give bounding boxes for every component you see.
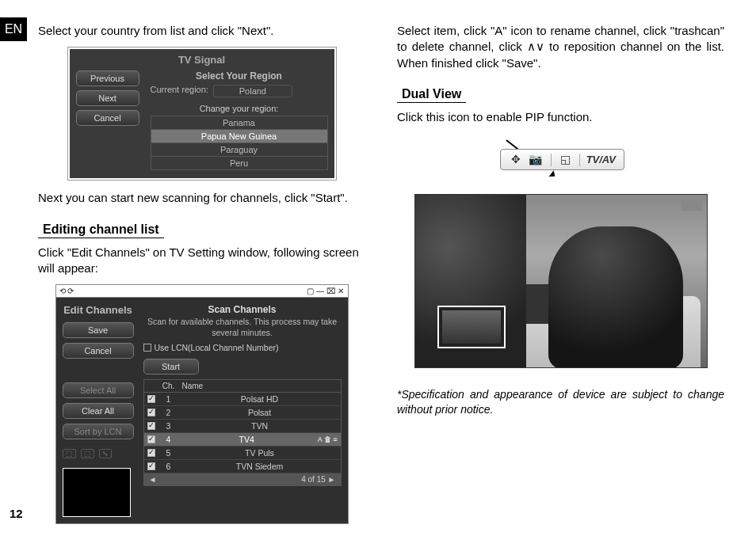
table-row[interactable]: 2Polsat xyxy=(144,406,341,420)
table-row[interactable]: 5TV Puls xyxy=(144,447,341,460)
checkbox-icon[interactable] xyxy=(147,435,155,443)
window-nav-icons[interactable]: ⟲ ⟳ xyxy=(59,287,74,295)
figure-toolbar: ✥ 📷 ◱ TV/AV xyxy=(397,149,724,170)
tv-signal-title: TV Signal xyxy=(76,54,328,66)
start-button[interactable]: Start xyxy=(143,359,199,374)
edit-channels-title: Edit Channels xyxy=(63,304,134,316)
scan-channels-desc: Scan for available channels. This proces… xyxy=(143,317,342,338)
instruction-select-country: Select your country from list and click … xyxy=(38,23,365,39)
language-tab: EN xyxy=(0,17,27,41)
lcn-checkbox-label: Use LCN(Local Channel Number) xyxy=(155,343,279,352)
previous-button[interactable]: Previous xyxy=(76,70,139,86)
cancel-button[interactable]: Cancel xyxy=(63,343,134,359)
figure-pip-screenshot xyxy=(397,194,724,368)
edit-channels-window: ⟲ ⟳ ▢ — ⌧ ✕ Edit Channels Save Cancel Se… xyxy=(55,284,349,524)
cancel-button[interactable]: Cancel xyxy=(76,110,139,126)
list-item[interactable]: Panama xyxy=(151,116,327,130)
heading-dual-view: Dual View xyxy=(397,87,466,103)
table-row[interactable]: 6TVN Siedem xyxy=(144,460,341,473)
figure-tv-signal: TV Signal Previous Next Cancel Select Yo… xyxy=(38,47,365,181)
figure-edit-channels: ⟲ ⟳ ▢ — ⌧ ✕ Edit Channels Save Cancel Se… xyxy=(38,284,365,524)
table-row[interactable]: 4TV4A 🗑 ≡ xyxy=(144,433,341,447)
scan-channels-title: Scan Channels xyxy=(143,304,342,315)
col-name: Name xyxy=(182,382,204,390)
pager-prev-icon[interactable]: ◄ xyxy=(149,475,157,484)
col-ch: Ch. xyxy=(162,382,176,390)
select-all-button[interactable]: Select All xyxy=(63,382,134,398)
separator xyxy=(551,154,552,166)
arrow-head-icon xyxy=(549,170,558,180)
pager-next-icon[interactable]: ► xyxy=(328,475,336,484)
checkbox-icon[interactable] xyxy=(147,462,155,470)
checkbox-icon[interactable] xyxy=(147,395,155,403)
checkbox-icon[interactable] xyxy=(147,449,155,457)
list-item[interactable]: Paraguay xyxy=(151,143,327,157)
select-region-label: Select Your Region xyxy=(151,70,328,82)
current-region-label: Current region: xyxy=(151,85,208,97)
pip-icon[interactable]: ◱ xyxy=(560,153,571,165)
instruction-start-scan: Next you can start new scanning for chan… xyxy=(38,190,365,206)
pager-text: 4 of 15 xyxy=(301,475,326,484)
current-region-value: Poland xyxy=(213,85,292,97)
list-item[interactable]: Peru xyxy=(151,157,327,169)
camera-icon[interactable]: 📷 xyxy=(529,153,542,165)
save-button[interactable]: Save xyxy=(63,322,134,338)
instruction-channel-edit: Select item, click "A" icon to rename ch… xyxy=(397,23,724,71)
clear-all-button[interactable]: Clear All xyxy=(63,403,134,419)
instruction-pip: Click this icon to enable PIP function. xyxy=(397,109,724,125)
control-icon[interactable]: ⬚ xyxy=(63,449,76,458)
list-item[interactable]: Papua New Guinea xyxy=(151,130,327,143)
tv-av-label[interactable]: TV/AV xyxy=(586,154,616,165)
window-control-icons[interactable]: ▢ — ⌧ ✕ xyxy=(307,287,344,295)
left-column: Select your country from list and click … xyxy=(32,20,365,520)
table-row[interactable]: 1Polsat HD xyxy=(144,393,341,406)
lcn-checkbox-row[interactable]: Use LCN(Local Channel Number) xyxy=(143,343,342,352)
pip-screenshot xyxy=(414,194,708,368)
heading-editing-channel: Editing channel list xyxy=(38,222,164,238)
control-icon[interactable]: ⤡ xyxy=(99,449,112,458)
footnote: *Specification and appearance of device … xyxy=(397,387,724,417)
preview-thumbnail xyxy=(63,468,131,517)
instruction-edit-channels: Click "Edit Channels" on TV Setting wind… xyxy=(38,245,365,277)
channel-table: Ch. Name 1Polsat HD 2Polsat 3TVN 4TV4A 🗑… xyxy=(143,379,342,486)
right-column: Select item, click "A" icon to rename ch… xyxy=(397,20,724,520)
sort-lcn-button[interactable]: Sort by LCN xyxy=(63,424,134,439)
pip-window xyxy=(437,306,506,348)
move-icon[interactable]: ✥ xyxy=(511,153,521,165)
next-button[interactable]: Next xyxy=(76,90,139,106)
change-region-label: Change your region: xyxy=(151,104,328,113)
control-icon[interactable]: ⬚ xyxy=(81,449,94,458)
row-action-icons[interactable]: A 🗑 ≡ xyxy=(318,435,338,443)
checkbox-icon[interactable] xyxy=(147,422,155,430)
checkbox-icon[interactable] xyxy=(143,344,151,352)
pip-toolbar: ✥ 📷 ◱ TV/AV xyxy=(500,149,624,170)
separator xyxy=(579,154,580,166)
channel-badge xyxy=(682,200,702,211)
tv-signal-window: TV Signal Previous Next Cancel Select Yo… xyxy=(67,47,337,181)
page-number: 12 xyxy=(10,507,23,520)
checkbox-icon[interactable] xyxy=(147,409,155,416)
table-row[interactable]: 3TVN xyxy=(144,420,341,433)
region-list[interactable]: Panama Papua New Guinea Paraguay Peru xyxy=(151,116,328,170)
